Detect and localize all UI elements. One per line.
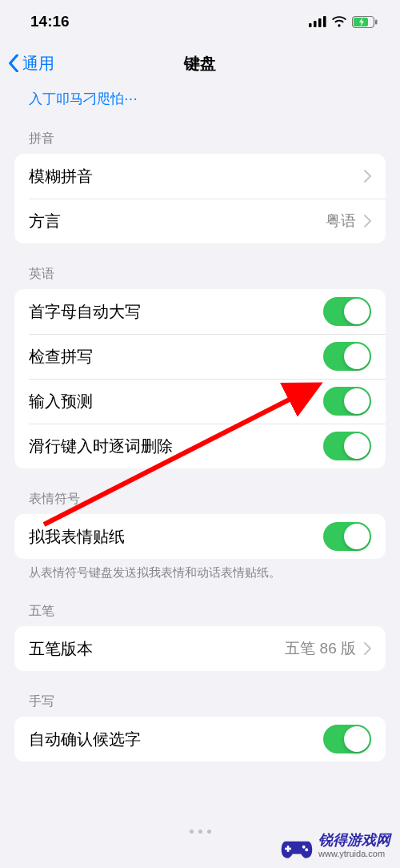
section-header-emoji: 表情符号 <box>0 468 400 514</box>
section-header-wubi: 五笔 <box>0 581 400 626</box>
nav-bar: 通用 键盘 <box>0 43 400 83</box>
row-label: 首字母自动大写 <box>29 301 141 323</box>
toggle-predictive[interactable] <box>323 387 371 416</box>
chevron-right-icon <box>364 215 371 227</box>
row-label: 拟我表情贴纸 <box>29 526 125 548</box>
svg-rect-10 <box>285 848 291 850</box>
status-time: 14:16 <box>30 13 70 30</box>
toggle-slide-delete[interactable] <box>323 432 371 460</box>
back-button[interactable]: 通用 <box>8 53 54 74</box>
row-check-spelling: 检查拼写 <box>14 334 386 379</box>
page-title: 键盘 <box>0 53 400 74</box>
back-label: 通用 <box>22 53 54 74</box>
row-slide-delete: 滑行键入时逐词删除 <box>14 424 386 468</box>
toggle-memoji-stickers[interactable] <box>323 522 371 551</box>
svg-point-12 <box>305 848 308 851</box>
row-label: 滑行键入时逐词删除 <box>29 436 173 457</box>
content: 入丁叩马刁咫怕⋯ 拼音 模糊拼音 方言 粤语 英语 首字母自动大写 检查拼写 <box>0 83 400 762</box>
dictation-privacy-link[interactable]: 入丁叩马刁咫怕⋯ <box>0 83 400 108</box>
svg-rect-1 <box>314 21 317 27</box>
row-dialect[interactable]: 方言 粤语 <box>14 199 386 243</box>
watermark-name: 锐得游戏网 <box>318 833 390 849</box>
row-label: 输入预测 <box>29 391 93 412</box>
list-wubi: 五笔版本 五笔 86 版 <box>14 626 386 671</box>
chevron-right-icon <box>364 642 371 655</box>
section-footer-emoji: 从表情符号键盘发送拟我表情和动话表情贴纸。 <box>0 559 400 581</box>
svg-rect-0 <box>309 23 312 27</box>
svg-rect-6 <box>375 19 378 24</box>
toggle-auto-capitalization[interactable] <box>323 297 371 326</box>
toggle-check-spelling[interactable] <box>323 342 371 371</box>
list-emoji: 拟我表情贴纸 <box>14 514 386 559</box>
battery-charging-icon <box>352 16 378 28</box>
section-header-pinyin: 拼音 <box>0 108 400 154</box>
row-fuzzy-pinyin[interactable]: 模糊拼音 <box>14 154 386 199</box>
section-header-english: 英语 <box>0 243 400 289</box>
row-label: 方言 <box>29 211 61 232</box>
row-value: 五笔 86 版 <box>285 638 356 659</box>
home-indicator <box>182 830 218 834</box>
row-auto-capitalization: 首字母自动大写 <box>14 289 386 334</box>
row-label: 自动确认候选字 <box>29 729 141 750</box>
row-label: 五笔版本 <box>29 638 93 660</box>
row-label: 模糊拼音 <box>29 166 93 187</box>
wifi-icon <box>331 16 347 27</box>
chevron-right-icon <box>364 170 371 183</box>
toggle-auto-confirm[interactable] <box>323 725 371 753</box>
list-pinyin: 模糊拼音 方言 粤语 <box>14 154 386 243</box>
status-bar: 14:16 <box>0 0 400 43</box>
svg-point-11 <box>302 846 306 849</box>
row-memoji-stickers: 拟我表情贴纸 <box>14 514 386 559</box>
row-wubi-version[interactable]: 五笔版本 五笔 86 版 <box>14 626 386 671</box>
svg-rect-3 <box>323 16 326 27</box>
cellular-icon <box>309 16 326 27</box>
list-english: 首字母自动大写 检查拼写 输入预测 滑行键入时逐词删除 <box>14 289 386 468</box>
watermark: 锐得游戏网 www.ytruida.com <box>280 831 390 860</box>
gamepad-icon <box>280 831 314 860</box>
row-label: 检查拼写 <box>29 346 93 368</box>
status-indicators <box>309 16 378 28</box>
section-header-handwriting: 手写 <box>0 671 400 717</box>
row-auto-confirm: 自动确认候选字 <box>14 717 386 762</box>
watermark-url: www.ytruida.com <box>318 849 390 858</box>
row-value: 粤语 <box>326 211 356 231</box>
row-predictive: 输入预测 <box>14 379 386 424</box>
svg-rect-2 <box>318 18 322 27</box>
list-handwriting: 自动确认候选字 <box>14 717 386 762</box>
chevron-left-icon <box>8 54 19 72</box>
